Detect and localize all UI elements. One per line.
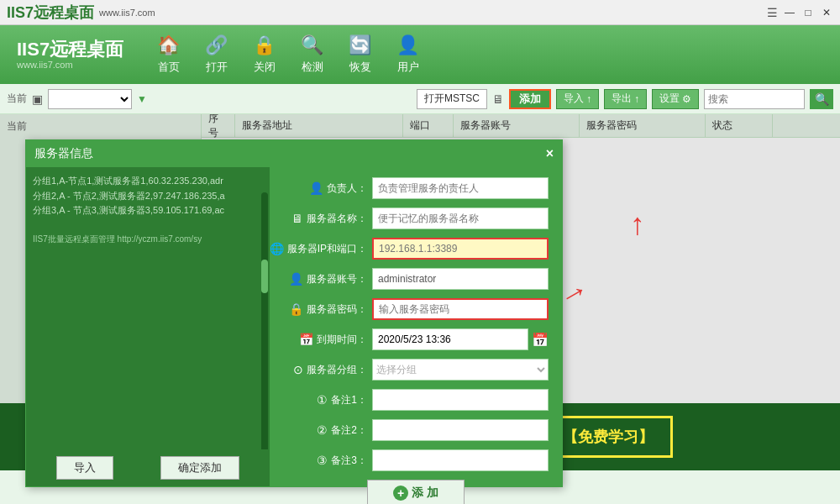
main-content: 当前 序号 服务器地址 端口 服务器账号 服务器密码 状态 服务器信息 × 分组… (0, 114, 840, 403)
modal-left-pane: 分组1,A-节点1,测试服务器1,60.32.235.230,adr 分组2,A… (26, 167, 270, 486)
mstsc-button[interactable]: 打开MSTSC (417, 89, 487, 109)
account-input[interactable] (372, 268, 549, 290)
add-btn-label: 添 加 (412, 486, 438, 501)
nav-item-home[interactable]: 🏠 首页 (157, 34, 180, 75)
nav-label-home: 首页 (158, 60, 180, 75)
form-row-person: 👤 负责人： (283, 177, 549, 199)
nav-item-open[interactable]: 🔗 打开 (205, 34, 228, 75)
ip-input[interactable] (372, 238, 549, 260)
title-bar-left: IIS7远程桌面 www.iis7.com (7, 3, 155, 23)
expire-input[interactable] (372, 328, 528, 350)
form-row-ip: 🌐 服务器IP和端口： (283, 238, 549, 260)
import-icon: ↑ (586, 93, 591, 105)
form-row-name: 🖥 服务器名称： (283, 207, 549, 229)
nav-item-restore[interactable]: 🔄 恢复 (349, 34, 371, 75)
scrollbar-thumb (261, 260, 268, 293)
detect-icon: 🔍 (301, 34, 323, 56)
modal-title: 服务器信息 (34, 146, 93, 161)
password-input[interactable] (372, 298, 549, 320)
group-select-wrapper: 选择分组 (372, 359, 549, 381)
current-label: 当前 (7, 92, 27, 106)
export-button[interactable]: 导出 ↑ (604, 89, 647, 109)
note1-label: ① 备注1： (283, 393, 367, 407)
modal-close-button[interactable]: × (546, 146, 554, 161)
import-label: 导入 (564, 92, 584, 106)
search-input[interactable] (704, 89, 805, 109)
note1-input[interactable] (372, 389, 549, 411)
scrollbar-vertical[interactable] (261, 192, 268, 461)
add-server-button[interactable]: 添加 (509, 89, 551, 109)
person-icon: 👤 (309, 181, 323, 195)
password-label: 🔒 服务器密码： (283, 302, 367, 317)
modal-footer: 导入 确定添加 (26, 449, 270, 486)
toolbar-right: 打开MSTSC 🖥 添加 导入 ↑ 导出 ↑ 设置 ⚙ 🔍 (417, 89, 833, 109)
expire-label: 📅 到期时间： (283, 333, 367, 347)
server-name-input[interactable] (372, 207, 549, 229)
free-learn-button[interactable]: 【免费学习】 (543, 416, 673, 458)
modal-confirm-button[interactable]: 确定添加 (160, 456, 239, 480)
add-button-large[interactable]: + 添 加 (367, 480, 465, 504)
modal-import-button[interactable]: 导入 (56, 456, 113, 480)
window-close-button[interactable]: ✕ (820, 6, 833, 19)
red-arrow-2: ↑ (630, 207, 645, 242)
gear-icon: ⚙ (682, 93, 691, 105)
account-label: 👤 服务器账号： (283, 272, 367, 286)
settings-button[interactable]: 设置 ⚙ (652, 89, 699, 109)
form-row-account: 👤 服务器账号： (283, 268, 549, 290)
dropdown-arrow-icon[interactable]: ▼ (137, 93, 147, 105)
nav-item-user[interactable]: 👤 用户 (396, 34, 419, 75)
calendar-picker-icon[interactable]: 📅 (532, 332, 549, 348)
add-circle-icon: + (393, 486, 408, 501)
calendar-icon: 📅 (299, 333, 313, 346)
person-label: 👤 负责人： (283, 181, 367, 196)
menu-icon[interactable]: ☰ (767, 6, 778, 19)
nav-label-open: 打开 (206, 60, 228, 75)
person-input[interactable] (372, 177, 549, 199)
note3-label: ③ 备注3： (283, 454, 367, 468)
app-url: www.iis7.com (99, 8, 155, 18)
nav-label-user: 用户 (397, 60, 419, 75)
select-icon: ▣ (32, 92, 43, 106)
nav-logo: IIS7远程桌面 www.iis7.com (17, 39, 123, 70)
maximize-button[interactable]: □ (801, 6, 815, 19)
password-icon: 🔒 (289, 302, 303, 316)
note3-input[interactable] (372, 449, 549, 471)
navbar: IIS7远程桌面 www.iis7.com 🏠 首页 🔗 打开 🔒 关闭 🔍 检… (0, 25, 840, 84)
export-icon: ↑ (634, 93, 639, 105)
restore-icon: 🔄 (349, 34, 371, 56)
open-icon: 🔗 (205, 34, 228, 56)
group-label: ⊙ 服务器分组： (283, 363, 367, 377)
group-select[interactable]: 选择分组 (372, 359, 549, 381)
group-dropdown[interactable] (48, 89, 132, 109)
nav-item-close[interactable]: 🔒 关闭 (253, 34, 276, 75)
account-icon: 👤 (289, 272, 303, 286)
mstsc-icon: 🖥 (492, 92, 504, 106)
note1-icon: ① (317, 393, 328, 407)
nav-label-close: 关闭 (254, 60, 276, 75)
search-button[interactable]: 🔍 (810, 89, 833, 109)
user-icon: 👤 (396, 34, 419, 56)
note2-label: ② 备注2： (283, 423, 367, 438)
ip-label: 🌐 服务器IP和端口： (283, 242, 367, 256)
form-row-group: ⊙ 服务器分组： 选择分组 (283, 359, 549, 381)
nav-item-detect[interactable]: 🔍 检测 (301, 34, 323, 75)
ip-icon: 🌐 (270, 242, 284, 255)
app-logo: IIS7远程桌面 (7, 3, 94, 23)
nav-label-detect: 检测 (302, 60, 323, 75)
form-row-note1: ① 备注1： (283, 389, 549, 411)
minimize-button[interactable]: — (783, 6, 796, 19)
nav-logo-url: www.iis7.com (17, 60, 123, 70)
toolbar: 当前 ▣ ▼ 打开MSTSC 🖥 添加 导入 ↑ 导出 ↑ 设置 ⚙ 🔍 (0, 84, 840, 114)
import-button[interactable]: 导入 ↑ (556, 89, 599, 109)
close-icon: 🔒 (253, 34, 276, 56)
export-label: 导出 (612, 92, 632, 106)
server-info-modal: 服务器信息 × 分组1,A-节点1,测试服务器1,60.32.235.230,a… (25, 139, 563, 487)
nav-items: 🏠 首页 🔗 打开 🔒 关闭 🔍 检测 🔄 恢复 👤 用户 (157, 34, 419, 75)
date-wrapper: 📅 (372, 328, 549, 350)
note2-icon: ② (317, 423, 328, 437)
note3-icon: ③ (317, 454, 328, 467)
title-bar: IIS7远程桌面 www.iis7.com ☰ — □ ✕ (0, 0, 840, 25)
nav-label-restore: 恢复 (349, 60, 371, 75)
note2-input[interactable] (372, 419, 549, 441)
modal-overlay: 服务器信息 × 分组1,A-节点1,测试服务器1,60.32.235.230,a… (0, 114, 840, 403)
